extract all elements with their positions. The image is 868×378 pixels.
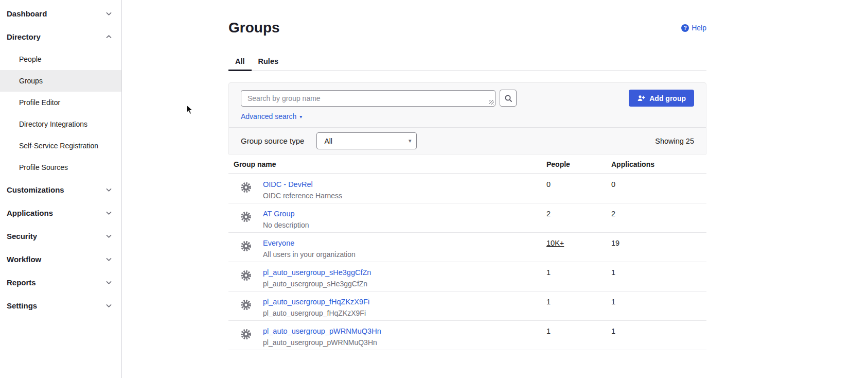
- help-icon: ?: [681, 24, 689, 32]
- sidebar-item-label: Reports: [7, 278, 36, 287]
- group-description: No description: [263, 220, 309, 230]
- sidebar-subitem-label: People: [19, 55, 42, 63]
- caret-down-icon: ▾: [409, 138, 412, 144]
- sidebar-item-directory-integrations[interactable]: Directory Integrations: [0, 113, 121, 135]
- sidebar-item-applications[interactable]: Applications: [0, 201, 121, 225]
- sidebar-item-self-service-registration[interactable]: Self-Service Registration: [0, 135, 121, 157]
- tab-label: Rules: [258, 57, 279, 65]
- okta-admin-app: Dashboard Directory People Groups Profil…: [0, 0, 868, 378]
- tab-bar: All Rules: [228, 51, 706, 71]
- sidebar-subitem-label: Self-Service Registration: [19, 142, 98, 150]
- add-person-icon: [637, 94, 645, 102]
- sidebar-item-label: Applications: [7, 209, 53, 217]
- group-name-link[interactable]: AT Group: [263, 209, 309, 219]
- group-name-link[interactable]: OIDC - DevRel: [263, 179, 342, 190]
- applications-count: 19: [611, 233, 706, 262]
- sidebar-item-workflow[interactable]: Workflow: [0, 248, 121, 271]
- showing-count: Showing 25: [655, 137, 694, 145]
- group-icon: [240, 211, 252, 232]
- sidebar-item-label: Dashboard: [7, 9, 47, 18]
- filter-row: Group source type All ▾ Showing 25: [229, 128, 706, 154]
- column-header-group-name[interactable]: Group name: [228, 160, 546, 168]
- page-title: Groups: [228, 19, 280, 37]
- applications-count: 1: [611, 321, 706, 350]
- sidebar-item-settings[interactable]: Settings: [0, 294, 121, 317]
- chevron-down-icon: [105, 10, 112, 17]
- sidebar-item-customizations[interactable]: Customizations: [0, 178, 121, 201]
- sidebar-item-security[interactable]: Security: [0, 225, 121, 248]
- search-row: Advanced search ▾ Add group: [229, 83, 706, 128]
- people-count: 2: [546, 203, 611, 232]
- advanced-search-label: Advanced search: [241, 112, 296, 121]
- select-value: All: [324, 137, 332, 145]
- chevron-down-icon: [105, 210, 112, 216]
- sidebar-item-groups[interactable]: Groups: [0, 70, 121, 92]
- chevron-down-icon: [105, 279, 112, 286]
- table-row: OIDC - DevRel OIDC reference Harness 0 0: [228, 174, 706, 203]
- chevron-down-icon: [105, 186, 112, 193]
- group-description: pl_auto_usergroup_fHqZKzX9Fi: [263, 308, 369, 318]
- caret-down-icon: ▾: [299, 114, 302, 119]
- search-icon: [504, 94, 512, 102]
- chevron-up-icon: [105, 33, 112, 40]
- people-count: 1: [546, 291, 611, 320]
- tab-rules[interactable]: Rules: [252, 51, 286, 71]
- group-description: pl_auto_usergroup_sHe3ggCfZn: [263, 279, 371, 289]
- group-icon: [240, 181, 252, 203]
- column-header-applications[interactable]: Applications: [611, 160, 706, 168]
- sidebar-item-reports[interactable]: Reports: [0, 271, 121, 294]
- column-header-people[interactable]: People: [546, 160, 611, 168]
- group-name-link[interactable]: pl_auto_usergroup_sHe3ggCfZn: [263, 267, 371, 278]
- applications-count: 1: [611, 291, 706, 320]
- group-description: All users in your organization: [263, 249, 356, 260]
- filter-panel: Advanced search ▾ Add group Group source…: [228, 82, 706, 154]
- table-row: pl_auto_usergroup_sHe3ggCfZn pl_auto_use…: [228, 262, 706, 291]
- sidebar-item-label: Workflow: [7, 255, 41, 264]
- sidebar-subitem-label: Directory Integrations: [19, 120, 87, 128]
- applications-count: 0: [611, 174, 706, 203]
- sidebar-item-label: Settings: [7, 301, 37, 310]
- chevron-down-icon: [105, 256, 112, 263]
- table-header: Group name People Applications: [228, 154, 706, 174]
- people-count: 1: [546, 321, 611, 350]
- table-row: pl_auto_usergroup_fHqZKzX9Fi pl_auto_use…: [228, 291, 706, 321]
- sidebar-subitem-label: Profile Sources: [19, 163, 68, 171]
- group-icon: [240, 269, 252, 291]
- help-link[interactable]: ? Help: [681, 24, 706, 32]
- group-source-type-select[interactable]: All ▾: [316, 132, 417, 149]
- advanced-search-link[interactable]: Advanced search ▾: [241, 112, 302, 121]
- sidebar-item-people[interactable]: People: [0, 48, 121, 70]
- group-icon: [240, 328, 252, 350]
- applications-count: 1: [611, 262, 706, 291]
- group-description: OIDC reference Harness: [263, 191, 342, 201]
- search-box: [241, 90, 495, 107]
- add-group-button[interactable]: Add group: [629, 90, 694, 107]
- people-count: 1: [546, 262, 611, 291]
- group-name-link[interactable]: pl_auto_usergroup_pWRNMuQ3Hn: [263, 326, 381, 336]
- table-row: Everyone All users in your organization …: [228, 233, 706, 262]
- sidebar-item-profile-editor[interactable]: Profile Editor: [0, 92, 121, 113]
- table-row: pl_auto_usergroup_pWRNMuQ3Hn pl_auto_use…: [228, 321, 706, 350]
- group-name-link[interactable]: pl_auto_usergroup_fHqZKzX9Fi: [263, 297, 369, 307]
- group-source-type-label: Group source type: [241, 136, 304, 145]
- sidebar-item-profile-sources[interactable]: Profile Sources: [0, 157, 121, 178]
- sidebar-item-label: Directory: [7, 32, 41, 41]
- sidebar-item-label: Security: [7, 232, 37, 240]
- group-icon: [240, 299, 252, 320]
- help-label: Help: [692, 24, 706, 32]
- sidebar: Dashboard Directory People Groups Profil…: [0, 0, 122, 378]
- people-count-link[interactable]: 10K+: [546, 239, 564, 247]
- search-input[interactable]: [241, 90, 495, 107]
- page-header: Groups ? Help: [228, 19, 706, 37]
- search-button[interactable]: [500, 90, 517, 107]
- applications-count: 2: [611, 203, 706, 232]
- sidebar-item-directory[interactable]: Directory: [0, 25, 121, 48]
- group-description: pl_auto_usergroup_pWRNMuQ3Hn: [263, 337, 381, 348]
- group-icon: [240, 240, 252, 262]
- sidebar-subitem-label: Profile Editor: [19, 98, 60, 107]
- tab-all[interactable]: All: [228, 51, 252, 71]
- group-name-link[interactable]: Everyone: [263, 238, 356, 248]
- sidebar-item-dashboard[interactable]: Dashboard: [0, 2, 121, 25]
- add-group-label: Add group: [649, 94, 686, 102]
- chevron-down-icon: [105, 233, 112, 239]
